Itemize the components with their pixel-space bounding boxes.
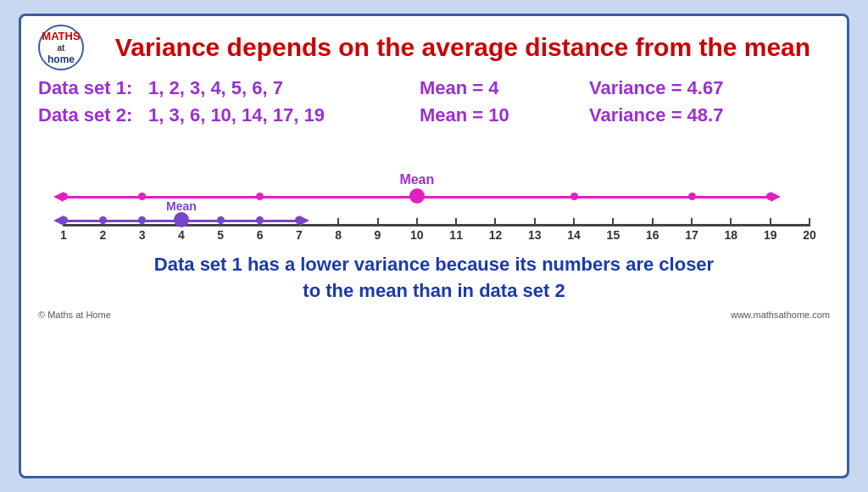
logo-home: home xyxy=(47,53,75,65)
number-line-area: 1234567891011121314151617181920MeanMean xyxy=(38,135,830,245)
logo: MATHS at home xyxy=(38,25,84,70)
dataset1-label: Data set 1: xyxy=(38,77,148,99)
dataset2-variance: Variance = 48.7 xyxy=(589,104,723,126)
dataset2-label: Data set 2: xyxy=(38,104,148,126)
main-title: Variance depends on the average distance… xyxy=(96,33,830,62)
footer-line2: to the mean than in data set 2 xyxy=(38,278,830,305)
logo-at: at xyxy=(58,43,65,53)
copyright: © Maths at Home xyxy=(38,310,111,320)
logo-top: MATHS xyxy=(42,30,80,43)
footer-text: Data set 1 has a lower variance because … xyxy=(38,252,830,305)
dataset2-mean: Mean = 10 xyxy=(420,104,555,126)
footer-bar: © Maths at Home www.mathsathome.com xyxy=(38,310,830,320)
main-card: MATHS at home Variance depends on the av… xyxy=(19,14,849,478)
data-rows: Data set 1: 1, 2, 3, 4, 5, 6, 7 Mean = 4… xyxy=(38,77,830,126)
dataset2-values: 1, 3, 6, 10, 14, 17, 19 xyxy=(148,104,386,126)
dataset1-values: 1, 2, 3, 4, 5, 6, 7 xyxy=(148,77,386,99)
footer-line1: Data set 1 has a lower variance because … xyxy=(38,252,830,278)
dataset1-variance: Variance = 4.67 xyxy=(589,77,723,99)
header: MATHS at home Variance depends on the av… xyxy=(38,25,830,70)
website: www.mathsathome.com xyxy=(731,310,830,320)
dataset2-row: Data set 2: 1, 3, 6, 10, 14, 17, 19 Mean… xyxy=(38,104,830,126)
dataset1-row: Data set 1: 1, 2, 3, 4, 5, 6, 7 Mean = 4… xyxy=(38,77,830,99)
dataset1-mean: Mean = 4 xyxy=(420,77,555,99)
